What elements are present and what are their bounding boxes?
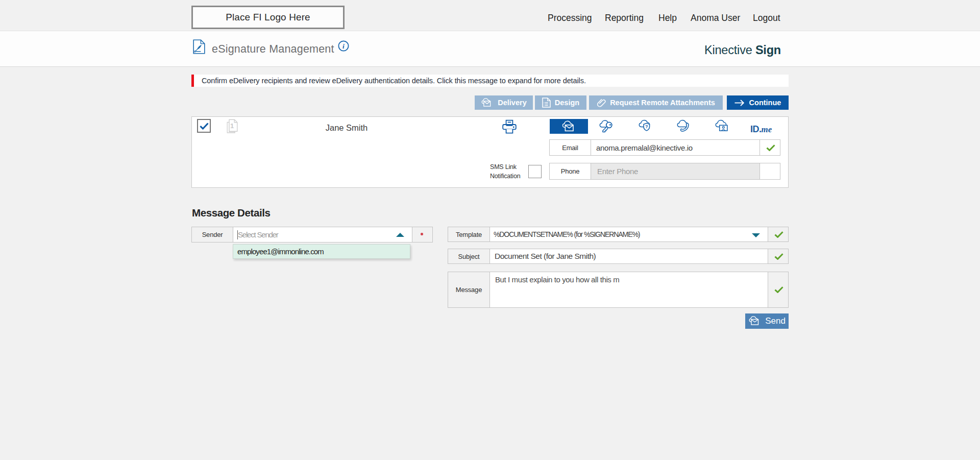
- svg-text:x: x: [194, 50, 196, 53]
- svg-text:i: i: [342, 42, 345, 50]
- svg-text:?: ?: [645, 124, 648, 129]
- svg-text:1: 1: [230, 122, 234, 130]
